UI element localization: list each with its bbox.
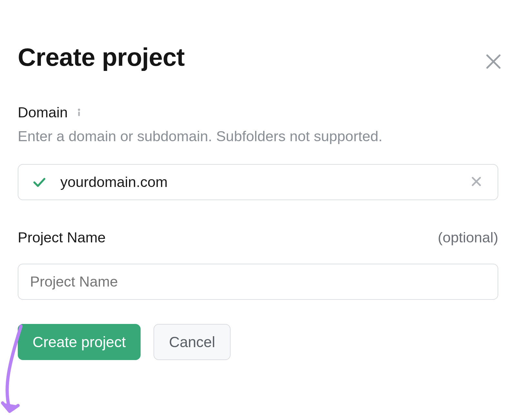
domain-label-row: Domain [18, 104, 498, 121]
close-icon [484, 52, 503, 72]
check-icon [32, 175, 46, 189]
x-icon [470, 175, 483, 189]
project-name-input[interactable] [18, 264, 498, 300]
project-name-label-row: Project Name (optional) [18, 229, 498, 246]
create-project-modal: Create project Domain Enter a domain or … [0, 43, 516, 420]
optional-label: (optional) [438, 229, 498, 246]
svg-rect-3 [78, 112, 80, 116]
modal-title: Create project [18, 43, 498, 72]
domain-input[interactable] [18, 164, 498, 200]
info-icon[interactable] [74, 107, 84, 118]
domain-helper-text: Enter a domain or subdomain. Subfolders … [18, 127, 498, 146]
cancel-button[interactable]: Cancel [154, 324, 231, 360]
clear-input-button[interactable] [470, 176, 483, 189]
modal-actions: Create project Cancel [18, 324, 498, 360]
project-name-field-group: Project Name (optional) [18, 229, 498, 300]
project-name-label: Project Name [18, 229, 106, 246]
domain-field-group: Domain Enter a domain or subdomain. Subf… [18, 104, 498, 200]
project-name-input-wrap [18, 264, 498, 300]
create-project-button[interactable]: Create project [18, 324, 141, 360]
close-button[interactable] [482, 51, 505, 73]
domain-label: Domain [18, 104, 68, 121]
svg-point-2 [78, 109, 80, 111]
domain-input-wrap [18, 164, 498, 200]
